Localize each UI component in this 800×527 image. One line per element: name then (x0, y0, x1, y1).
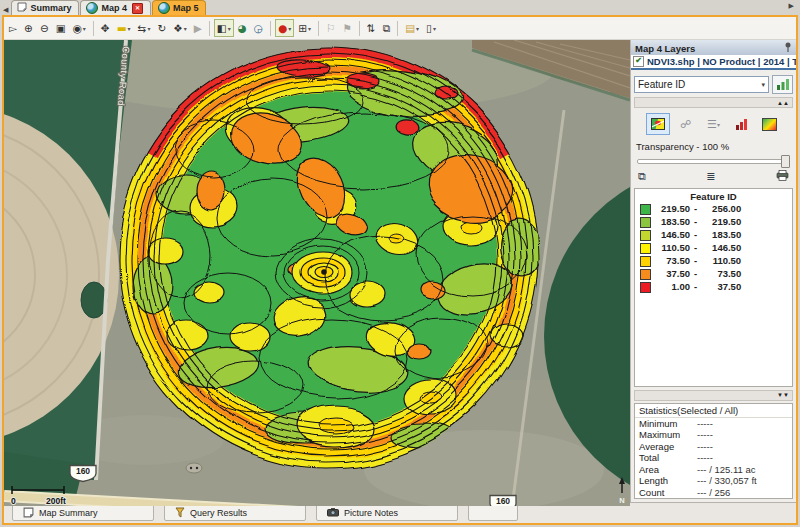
layers-panel: Map 4 Layers ✔ NDVI3.shp | NO Product | … (630, 40, 796, 502)
transparency-slider-thumb[interactable] (781, 155, 790, 168)
layers-panel-title: Map 4 Layers (635, 43, 695, 54)
color-ramp-button[interactable] (758, 113, 782, 135)
map-query-tool-button[interactable]: ◉▾ (70, 19, 89, 37)
legend-range-separator: - (694, 216, 697, 228)
toolbar: ▻⊕⊖▣◉▾✥▬▾⇆▾↻❖▾▶◧▾◕◶●▾⊞▾⚐⚑⇅⧉▤▾▯▾ (4, 17, 796, 40)
map-viewport[interactable]: County Road 160 160 0 200ft (4, 40, 630, 506)
pan-tool-button[interactable]: ✥ (98, 19, 113, 37)
report-tool-icon: ▯ (426, 22, 432, 34)
statistic-label: Total (639, 452, 697, 464)
dropdown-arrow-icon[interactable]: ▾ (433, 25, 436, 32)
snap-tool-button[interactable]: ⇆▾ (135, 19, 154, 37)
statistic-value: --- / 256 (697, 487, 730, 499)
grid-symbol-tool-button[interactable]: ⊞▾ (295, 19, 314, 37)
statistics-row: Maximum----- (635, 429, 792, 441)
legend-row[interactable]: 37.50-73.50 (635, 268, 792, 281)
play-tool-button[interactable]: ▶ (191, 19, 205, 37)
report-tool-button[interactable]: ▯▾ (423, 19, 439, 37)
layer-checkbox[interactable]: ✔ (633, 56, 644, 67)
list-icon: ☰ (707, 118, 717, 131)
map-display-button[interactable] (646, 113, 670, 135)
pin-icon[interactable] (784, 42, 792, 54)
save-export-tool-button[interactable]: ▤▾ (402, 19, 422, 37)
legend-range-max: 110.50 (701, 255, 741, 267)
legend-list-icon[interactable]: ≣ (706, 170, 715, 184)
route-shield-label: 160 (496, 496, 510, 506)
legend-color-swatch (640, 282, 651, 293)
zoom-out-tool-icon: ⊖ (40, 22, 49, 34)
copy-layer-icon[interactable]: ⧉ (638, 170, 646, 184)
legend-row[interactable]: 219.50-256.00 (635, 203, 792, 216)
export-view-tool-button[interactable]: ⧉ (380, 19, 394, 37)
legend-box: Feature ID 219.50-256.00183.50-219.50146… (634, 188, 793, 387)
attribute-select[interactable]: Feature ID ▾ (634, 76, 769, 93)
legend-range-min: 219.50 (655, 203, 690, 215)
tab-label: Query Results (190, 508, 247, 518)
tab-map-5[interactable]: Map 5 (152, 0, 207, 15)
legend-title: Feature ID (635, 189, 792, 203)
zoom-in-tool-button[interactable]: ⊕ (21, 19, 36, 37)
toolbar-separator (397, 21, 398, 36)
tab-picture-notes[interactable]: Picture Notes (316, 505, 458, 521)
refresh-tool-button[interactable]: ↻ (154, 19, 169, 37)
sort-tool-button[interactable]: ⇅ (364, 19, 379, 37)
layer-tab-ndvi3[interactable]: ✔ NDVI3.shp | NO Product | 2014 | Te ✕ (631, 55, 796, 70)
tip-query-tool-button[interactable]: ⚑ (339, 19, 354, 37)
statistic-label: Count (639, 487, 697, 499)
tab-scroll-right-icon[interactable]: ▶ (787, 2, 797, 11)
select-tool-icon: ▻ (9, 22, 17, 34)
legend-row[interactable]: 1.00-37.50 (635, 281, 792, 294)
dropdown-arrow-icon[interactable]: ▾ (308, 25, 311, 32)
legend-row[interactable]: 183.50-219.50 (635, 216, 792, 229)
statistics-row: Minimum----- (635, 418, 792, 430)
layer-colors-tool-icon: ❖ (173, 22, 182, 34)
symbology-tool-button[interactable]: ●▾ (275, 19, 294, 37)
swipe-compare-tool-button[interactable]: ◧▾ (214, 19, 234, 37)
edit-legend-button[interactable] (772, 75, 793, 94)
dropdown-arrow-icon[interactable]: ▾ (83, 25, 86, 32)
tab-blank[interactable] (468, 505, 518, 521)
connections-button[interactable]: ☍ (674, 113, 698, 135)
toolbar-separator (359, 21, 360, 36)
tab-map-summary[interactable]: Map Summary (12, 505, 154, 521)
select-tool-button[interactable]: ▻ (6, 19, 20, 37)
dropdown-arrow-icon[interactable]: ▾ (184, 25, 187, 32)
measure-tool-button[interactable]: ▬▾ (114, 19, 134, 37)
tip-tool-button[interactable]: ⚐ (323, 19, 338, 37)
zoom-extent-tool-button[interactable]: ▣ (53, 19, 69, 37)
tab-map-4[interactable]: Map 4 ✕ (80, 0, 151, 15)
dropdown-arrow-icon[interactable]: ▾ (128, 25, 131, 32)
tab-scroll-left-icon[interactable]: ◀ (1, 6, 11, 15)
histogram-button[interactable] (730, 113, 754, 135)
layer-colors-tool-button[interactable]: ❖▾ (170, 19, 189, 37)
legend-row[interactable]: 146.50-183.50 (635, 229, 792, 242)
legend-color-swatch (640, 243, 651, 254)
legend-color-swatch (640, 217, 651, 228)
zoom-extent-tool-icon: ▣ (56, 22, 66, 34)
colored-globe-tool-button[interactable]: ◕ (235, 19, 250, 37)
collapse-down-bar[interactable]: ▼▼ (634, 390, 793, 401)
dropdown-arrow-icon[interactable]: ▾ (228, 25, 231, 32)
note-icon (17, 2, 27, 14)
close-tab-icon[interactable]: ✕ (132, 3, 143, 14)
legend-range-min: 73.50 (655, 255, 690, 267)
tab-summary[interactable]: Summary (11, 0, 79, 15)
legend-range-separator: - (694, 203, 697, 215)
chevron-down-icon: ▾ (717, 121, 720, 128)
collapse-up-bar[interactable]: ▲▲ (634, 97, 793, 108)
list-view-button[interactable]: ☰▾ (702, 113, 726, 135)
globe-tool-button[interactable]: ◶ (251, 19, 266, 37)
statistics-title: Statistics(Selected / All) (635, 404, 792, 418)
dropdown-arrow-icon[interactable]: ▾ (416, 25, 419, 32)
dropdown-arrow-icon[interactable]: ▾ (288, 25, 291, 32)
legend-color-swatch (640, 204, 651, 215)
map-window: ▻⊕⊖▣◉▾✥▬▾⇆▾↻❖▾▶◧▾◕◶●▾⊞▾⚐⚑⇅⧉▤▾▯▾ (2, 15, 798, 525)
legend-row[interactable]: 110.50-146.50 (635, 242, 792, 255)
symbology-tool-icon: ● (278, 22, 287, 34)
legend-row[interactable]: 73.50-110.50 (635, 255, 792, 268)
dropdown-arrow-icon[interactable]: ▾ (147, 25, 150, 32)
zoom-out-tool-button[interactable]: ⊖ (37, 19, 52, 37)
tab-query-results[interactable]: Query Results (164, 505, 306, 521)
transparency-slider[interactable] (637, 155, 790, 166)
print-export-icon[interactable] (776, 170, 789, 184)
